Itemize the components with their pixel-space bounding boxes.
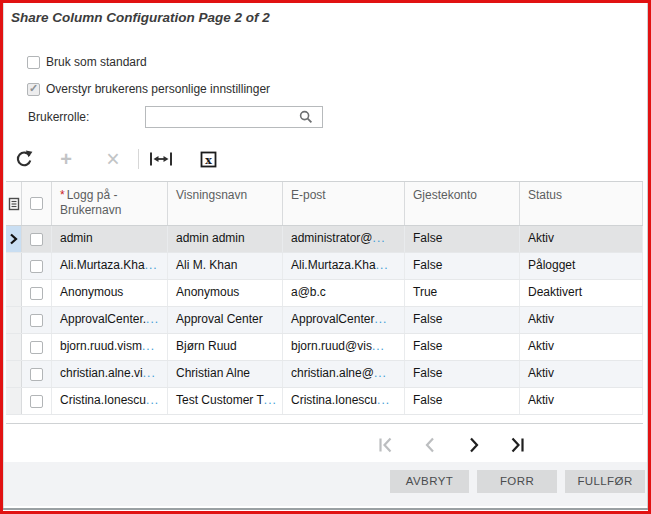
share-column-configuration-dialog: Share Column Configuration Page 2 of 2 B… — [0, 0, 651, 514]
grid-cell[interactable]: False — [405, 334, 520, 360]
grid-cell[interactable]: Aktiv — [520, 334, 643, 360]
fit-to-screen-icon[interactable] — [147, 147, 175, 171]
grid-cell[interactable]: bjorn.ruud.vism... — [52, 334, 168, 360]
grid-cell[interactable]: Anonymous — [168, 280, 283, 306]
grid-cell[interactable]: Test Customer T... — [168, 388, 283, 414]
column-header-displayname[interactable]: Visningsnavn — [168, 182, 283, 225]
grid-cell[interactable]: Aktiv — [520, 307, 643, 333]
row-checkbox[interactable] — [30, 233, 43, 246]
grid-cell[interactable]: christian.alne@... — [283, 361, 405, 387]
grid-cell[interactable]: admin — [52, 226, 168, 252]
grid-cell[interactable]: ApprovalCenter.... — [52, 307, 168, 333]
page-title: Share Column Configuration Page 2 of 2 — [11, 10, 270, 25]
grid-cell[interactable]: Christian Alne — [168, 361, 283, 387]
required-asterisk: * — [60, 188, 65, 202]
table-row[interactable]: Cristina.Ionescu...Test Customer T...Cri… — [6, 388, 643, 415]
grid-body: adminadmin adminadministrator@...FalseAk… — [6, 226, 643, 415]
grid-cell[interactable]: christian.alne.vi... — [52, 361, 168, 387]
column-header-email[interactable]: E-post — [283, 182, 405, 225]
row-checkbox-cell — [22, 334, 52, 360]
override-personal-checkbox[interactable] — [27, 83, 40, 96]
grid-filler — [6, 415, 643, 424]
refresh-icon[interactable] — [12, 147, 36, 171]
svg-text:x: x — [205, 153, 212, 166]
grid-cell[interactable]: Approval Center — [168, 307, 283, 333]
delete-row-icon[interactable]: × — [101, 147, 125, 171]
use-as-default-label: Bruk som standard — [46, 55, 147, 69]
table-row[interactable]: ApprovalCenter....Approval CenterApprova… — [6, 307, 643, 334]
users-grid: *Logg på - Brukernavn Visningsnavn E-pos… — [6, 181, 643, 424]
current-row-marker — [6, 226, 22, 252]
pager-first-icon[interactable] — [377, 436, 395, 454]
grid-cell[interactable]: bjorn.ruud@vis... — [283, 334, 405, 360]
grid-cell[interactable]: admin admin — [168, 226, 283, 252]
grid-cell[interactable]: a@b.c — [283, 280, 405, 306]
row-checkbox[interactable] — [30, 314, 43, 327]
table-row[interactable]: christian.alne.vi...Christian Alnechrist… — [6, 361, 643, 388]
row-checkbox-cell — [22, 253, 52, 279]
grid-cell[interactable]: False — [405, 361, 520, 387]
table-row[interactable]: bjorn.ruud.vism...Bjørn Ruudbjorn.ruud@v… — [6, 334, 643, 361]
table-row[interactable]: Ali.Murtaza.Kha...Ali M. KhanAli.Murtaza… — [6, 253, 643, 280]
select-all-checkbox[interactable] — [30, 197, 43, 210]
user-role-label: Brukerrolle: — [28, 110, 89, 124]
column-header-username[interactable]: *Logg på - Brukernavn — [52, 182, 168, 225]
row-checkbox-cell — [22, 226, 52, 252]
column-header-status[interactable]: Status — [520, 182, 643, 225]
pager-last-icon[interactable] — [508, 436, 526, 454]
grid-cell[interactable]: Ali.Murtaza.Kha... — [283, 253, 405, 279]
window-edge-bottom — [3, 508, 648, 510]
table-row[interactable]: adminadmin adminadministrator@...FalseAk… — [6, 226, 643, 253]
row-checkbox[interactable] — [30, 368, 43, 381]
pager-next-icon[interactable] — [465, 436, 483, 454]
row-checkbox[interactable] — [30, 341, 43, 354]
cancel-button[interactable]: AVBRYT — [390, 470, 469, 493]
table-row[interactable]: AnonymousAnonymousa@b.cTrueDeaktivert — [6, 280, 643, 307]
grid-cell[interactable]: Anonymous — [52, 280, 168, 306]
row-marker-cell — [6, 253, 22, 279]
grid-cell[interactable]: ApprovalCenter... — [283, 307, 405, 333]
add-row-icon[interactable]: + — [54, 147, 78, 171]
grid-cell[interactable]: Aktiv — [520, 361, 643, 387]
grid-cell[interactable]: Bjørn Ruud — [168, 334, 283, 360]
window-edge-right — [647, 3, 648, 508]
toolbar-separator — [138, 149, 139, 169]
row-checkbox[interactable] — [30, 395, 43, 408]
finish-button[interactable]: FULLFØR — [565, 470, 645, 493]
pager-previous-icon[interactable] — [421, 436, 439, 454]
column-header-guestaccount[interactable]: Gjestekonto — [405, 182, 520, 225]
search-icon[interactable] — [299, 110, 313, 124]
grid-cell[interactable]: Cristina.Ionescu... — [283, 388, 405, 414]
grid-cell[interactable]: False — [405, 226, 520, 252]
grid-cell[interactable]: Cristina.Ionescu... — [52, 388, 168, 414]
grid-header-row: *Logg på - Brukernavn Visningsnavn E-pos… — [6, 181, 643, 226]
override-personal-label: Overstyr brukerens personlige innstillin… — [46, 82, 270, 96]
grid-settings-icon[interactable] — [6, 182, 22, 225]
grid-cell[interactable]: Pålogget — [520, 253, 643, 279]
row-marker-cell — [6, 361, 22, 387]
grid-cell[interactable]: Ali.Murtaza.Kha... — [52, 253, 168, 279]
window-edge-left — [3, 3, 4, 508]
grid-cell[interactable]: Aktiv — [520, 226, 643, 252]
previous-button[interactable]: FORR — [477, 470, 557, 493]
dialog-footer: AVBRYT FORR FULLFØR — [4, 462, 647, 506]
grid-cell[interactable]: False — [405, 253, 520, 279]
grid-cell[interactable]: Ali M. Khan — [168, 253, 283, 279]
row-checkbox[interactable] — [30, 287, 43, 300]
export-to-excel-icon[interactable]: x — [196, 147, 220, 171]
grid-cell[interactable]: Aktiv — [520, 388, 643, 414]
grid-cell[interactable]: True — [405, 280, 520, 306]
row-checkbox-cell — [22, 388, 52, 414]
row-checkbox-cell — [22, 361, 52, 387]
user-role-input[interactable] — [145, 106, 323, 128]
use-as-default-checkbox[interactable] — [27, 56, 40, 69]
row-marker-cell — [6, 280, 22, 306]
row-checkbox[interactable] — [30, 260, 43, 273]
row-checkbox-cell — [22, 307, 52, 333]
grid-cell[interactable]: administrator@... — [283, 226, 405, 252]
row-marker-cell — [6, 388, 22, 414]
row-checkbox-cell — [22, 280, 52, 306]
grid-cell[interactable]: False — [405, 307, 520, 333]
grid-cell[interactable]: Deaktivert — [520, 280, 643, 306]
grid-cell[interactable]: False — [405, 388, 520, 414]
